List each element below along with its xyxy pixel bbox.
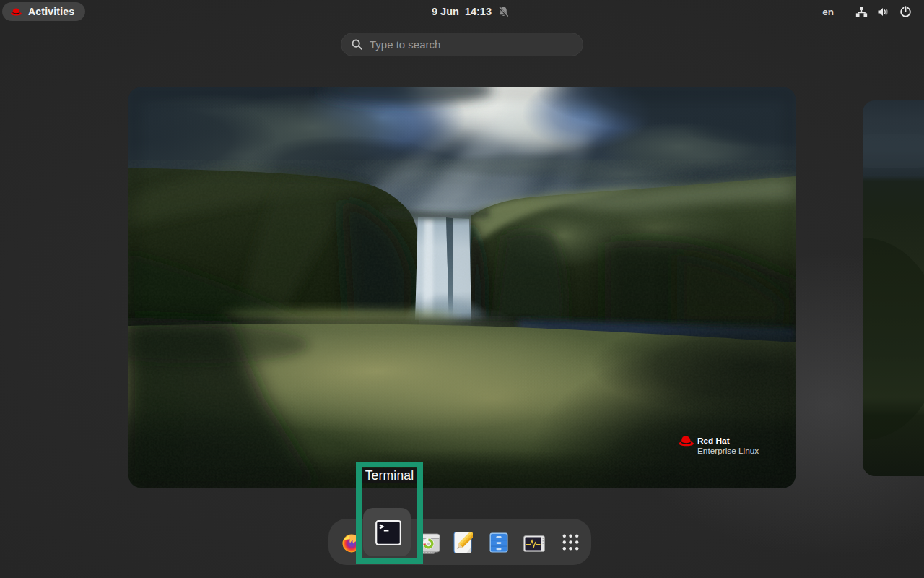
svg-text:Red Hat: Red Hat [697, 436, 730, 446]
svg-text:Enterprise Linux: Enterprise Linux [697, 446, 759, 456]
